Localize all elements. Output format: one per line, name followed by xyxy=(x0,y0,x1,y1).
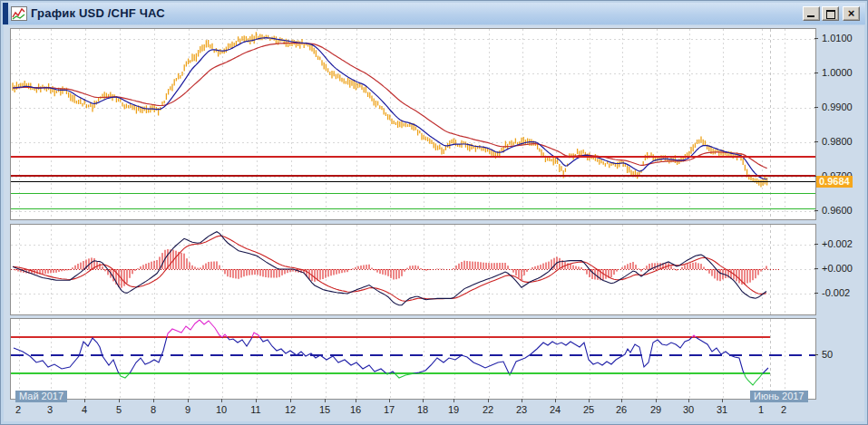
maximize-icon xyxy=(826,10,835,19)
chart-overlay: 1.01001.00000.99000.98000.97000.96000.96… xyxy=(1,1,868,425)
chart-window: График USD /CHF ЧАС × 1.01001.00000.9900… xyxy=(0,0,868,425)
main-price-panel[interactable] xyxy=(10,28,816,220)
close-button[interactable]: × xyxy=(843,6,860,21)
window-title: График USD /CHF ЧАС xyxy=(31,3,165,24)
rsi-line-oversold xyxy=(14,320,768,385)
minimize-button[interactable] xyxy=(803,6,820,21)
macd-panel[interactable] xyxy=(10,224,816,315)
rsi-panel[interactable] xyxy=(10,318,816,400)
close-icon: × xyxy=(844,6,859,21)
minimize-icon xyxy=(807,15,814,17)
ema-fast-line xyxy=(13,38,767,179)
window-buttons: × xyxy=(803,6,865,21)
rsi-line-overbought xyxy=(14,320,768,385)
titlebar-left-stripe xyxy=(3,3,8,24)
macd-histogram xyxy=(15,249,766,288)
chart-icon[interactable] xyxy=(11,6,27,21)
maximize-button[interactable] xyxy=(822,6,839,21)
rsi-line xyxy=(14,320,768,385)
titlebar[interactable]: График USD /CHF ЧАС × xyxy=(3,3,865,24)
